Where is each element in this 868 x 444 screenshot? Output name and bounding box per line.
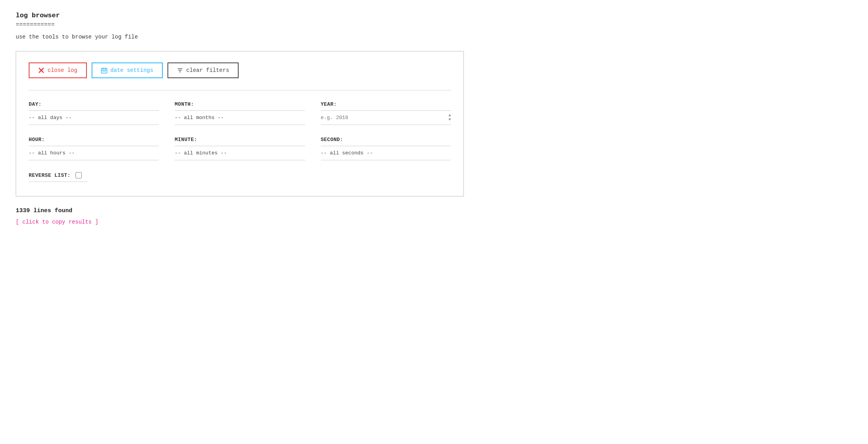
reverse-checkbox[interactable] xyxy=(75,172,82,178)
clear-filters-label: clear filters xyxy=(186,67,229,73)
clear-filters-button[interactable]: clear filters xyxy=(167,62,239,78)
filter-icon xyxy=(177,67,183,73)
reverse-row: REVERSE LIST: xyxy=(29,172,451,178)
month-filter-group: MONTH: -- all months -- JanuaryFebruaryM… xyxy=(175,101,305,125)
reverse-list-section: REVERSE LIST: xyxy=(29,172,451,182)
close-icon xyxy=(38,67,44,73)
day-filter-group: DAY: -- all days -- 12345 678910 1112131… xyxy=(29,101,159,125)
close-log-label: close log xyxy=(48,67,77,73)
hour-line-top xyxy=(29,146,159,146)
main-panel: close log date settings xyxy=(16,51,464,196)
day-select[interactable]: -- all days -- 12345 678910 1112131415 1… xyxy=(29,113,159,122)
minute-line-top xyxy=(175,146,305,146)
toolbar: close log date settings xyxy=(29,62,451,78)
second-filter-group: SECOND: -- all seconds -- xyxy=(321,137,451,160)
year-up-icon[interactable]: ▲ xyxy=(449,114,451,117)
separator xyxy=(29,90,451,90)
year-spinner[interactable]: ▲ ▼ xyxy=(449,114,451,122)
reverse-label: REVERSE LIST: xyxy=(29,172,71,178)
minute-line-bottom xyxy=(175,160,305,160)
second-line-bottom xyxy=(321,160,451,160)
second-line-top xyxy=(321,146,451,146)
lines-found: 1339 lines found xyxy=(16,207,852,214)
hour-filter-group: HOUR: -- all hours -- 01234 56789 101112… xyxy=(29,137,159,160)
hour-line-bottom xyxy=(29,160,159,160)
svg-rect-6 xyxy=(103,71,103,72)
hour-select[interactable]: -- all hours -- 01234 56789 1011121314 1… xyxy=(29,149,159,158)
year-input[interactable] xyxy=(321,113,449,122)
day-line-bottom xyxy=(29,125,159,125)
day-line-top xyxy=(29,110,159,111)
page-subtitle: use the tools to browse your log file xyxy=(16,34,852,40)
filters-grid: DAY: -- all days -- 12345 678910 1112131… xyxy=(29,101,451,160)
date-settings-label: date settings xyxy=(110,67,153,73)
calendar-icon xyxy=(101,67,107,73)
month-select[interactable]: -- all months -- JanuaryFebruaryMarch Ap… xyxy=(175,113,305,122)
minute-label: MINUTE: xyxy=(175,137,305,143)
second-select[interactable]: -- all seconds -- xyxy=(321,149,451,158)
year-wrapper: ▲ ▼ xyxy=(321,113,451,122)
svg-rect-7 xyxy=(104,71,105,72)
results-section: 1339 lines found [ click to copy results… xyxy=(16,207,852,225)
month-line-bottom xyxy=(175,125,305,125)
date-settings-button[interactable]: date settings xyxy=(92,62,163,78)
year-line-bottom xyxy=(321,125,451,125)
month-label: MONTH: xyxy=(175,101,305,107)
svg-rect-8 xyxy=(105,71,106,72)
month-line-top xyxy=(175,110,305,111)
day-label: DAY: xyxy=(29,101,159,107)
year-label: YEAR: xyxy=(321,101,451,107)
page-divider: =========== xyxy=(16,22,852,28)
page-title: log browser xyxy=(16,12,852,19)
minute-filter-group: MINUTE: -- all minutes -- xyxy=(175,137,305,160)
reverse-line xyxy=(29,182,88,182)
copy-results-link[interactable]: [ click to copy results ] xyxy=(16,219,98,225)
year-down-icon[interactable]: ▼ xyxy=(449,118,451,122)
minute-select[interactable]: -- all minutes -- xyxy=(175,149,305,158)
hour-label: HOUR: xyxy=(29,137,159,143)
close-log-button[interactable]: close log xyxy=(29,62,87,78)
second-label: SECOND: xyxy=(321,137,451,143)
year-line-top xyxy=(321,110,451,111)
year-filter-group: YEAR: ▲ ▼ xyxy=(321,101,451,125)
